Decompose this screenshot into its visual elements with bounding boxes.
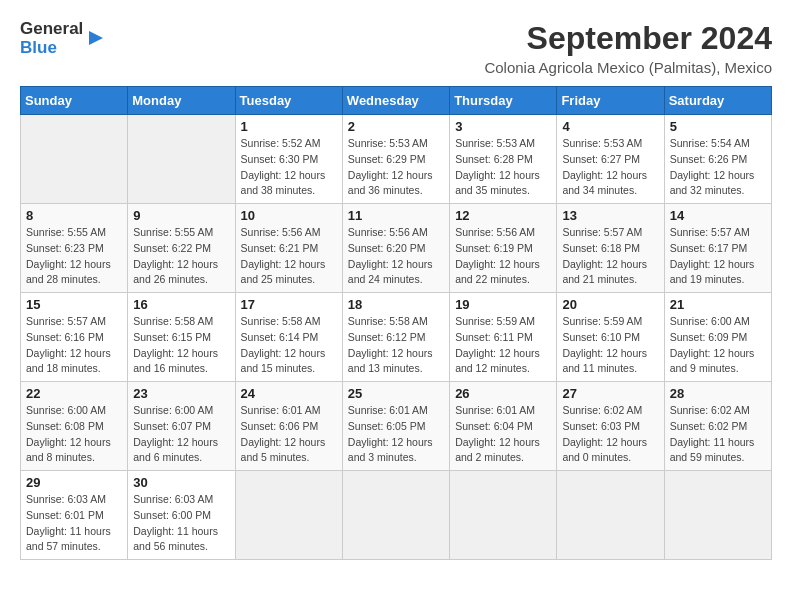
calendar-cell: 1Sunrise: 5:52 AMSunset: 6:30 PMDaylight… bbox=[235, 115, 342, 204]
svg-marker-0 bbox=[89, 31, 103, 45]
day-number: 19 bbox=[455, 297, 551, 312]
day-number: 3 bbox=[455, 119, 551, 134]
calendar-cell: 28Sunrise: 6:02 AMSunset: 6:02 PMDayligh… bbox=[664, 382, 771, 471]
day-info: Sunrise: 5:53 AMSunset: 6:28 PMDaylight:… bbox=[455, 136, 551, 199]
day-info: Sunrise: 5:55 AMSunset: 6:23 PMDaylight:… bbox=[26, 225, 122, 288]
day-info: Sunrise: 5:58 AMSunset: 6:15 PMDaylight:… bbox=[133, 314, 229, 377]
calendar-cell: 16Sunrise: 5:58 AMSunset: 6:15 PMDayligh… bbox=[128, 293, 235, 382]
day-number: 14 bbox=[670, 208, 766, 223]
calendar-cell: 14Sunrise: 5:57 AMSunset: 6:17 PMDayligh… bbox=[664, 204, 771, 293]
day-number: 12 bbox=[455, 208, 551, 223]
calendar-cell bbox=[557, 471, 664, 560]
calendar-cell: 4Sunrise: 5:53 AMSunset: 6:27 PMDaylight… bbox=[557, 115, 664, 204]
subtitle: Colonia Agricola Mexico (Palmitas), Mexi… bbox=[110, 59, 772, 76]
calendar-cell: 2Sunrise: 5:53 AMSunset: 6:29 PMDaylight… bbox=[342, 115, 449, 204]
title-area: September 2024 Colonia Agricola Mexico (… bbox=[110, 20, 772, 76]
calendar-cell: 11Sunrise: 5:56 AMSunset: 6:20 PMDayligh… bbox=[342, 204, 449, 293]
day-info: Sunrise: 5:52 AMSunset: 6:30 PMDaylight:… bbox=[241, 136, 337, 199]
day-info: Sunrise: 6:00 AMSunset: 6:08 PMDaylight:… bbox=[26, 403, 122, 466]
weekday-header-saturday: Saturday bbox=[664, 87, 771, 115]
weekday-header-tuesday: Tuesday bbox=[235, 87, 342, 115]
calendar-cell: 15Sunrise: 5:57 AMSunset: 6:16 PMDayligh… bbox=[21, 293, 128, 382]
day-info: Sunrise: 5:59 AMSunset: 6:11 PMDaylight:… bbox=[455, 314, 551, 377]
day-number: 30 bbox=[133, 475, 229, 490]
day-number: 8 bbox=[26, 208, 122, 223]
day-number: 17 bbox=[241, 297, 337, 312]
day-number: 11 bbox=[348, 208, 444, 223]
day-number: 23 bbox=[133, 386, 229, 401]
day-number: 10 bbox=[241, 208, 337, 223]
day-info: Sunrise: 5:53 AMSunset: 6:29 PMDaylight:… bbox=[348, 136, 444, 199]
day-info: Sunrise: 6:00 AMSunset: 6:09 PMDaylight:… bbox=[670, 314, 766, 377]
calendar-cell: 26Sunrise: 6:01 AMSunset: 6:04 PMDayligh… bbox=[450, 382, 557, 471]
day-info: Sunrise: 5:57 AMSunset: 6:16 PMDaylight:… bbox=[26, 314, 122, 377]
weekday-header-sunday: Sunday bbox=[21, 87, 128, 115]
calendar-week-row: 1Sunrise: 5:52 AMSunset: 6:30 PMDaylight… bbox=[21, 115, 772, 204]
day-info: Sunrise: 5:53 AMSunset: 6:27 PMDaylight:… bbox=[562, 136, 658, 199]
logo-line2: Blue bbox=[20, 39, 83, 58]
day-info: Sunrise: 5:56 AMSunset: 6:21 PMDaylight:… bbox=[241, 225, 337, 288]
calendar-cell: 12Sunrise: 5:56 AMSunset: 6:19 PMDayligh… bbox=[450, 204, 557, 293]
logo-arrow-icon bbox=[85, 27, 107, 49]
day-info: Sunrise: 6:03 AMSunset: 6:01 PMDaylight:… bbox=[26, 492, 122, 555]
day-number: 28 bbox=[670, 386, 766, 401]
day-number: 5 bbox=[670, 119, 766, 134]
calendar-cell bbox=[235, 471, 342, 560]
calendar-cell: 22Sunrise: 6:00 AMSunset: 6:08 PMDayligh… bbox=[21, 382, 128, 471]
day-number: 27 bbox=[562, 386, 658, 401]
day-info: Sunrise: 5:54 AMSunset: 6:26 PMDaylight:… bbox=[670, 136, 766, 199]
calendar-cell: 5Sunrise: 5:54 AMSunset: 6:26 PMDaylight… bbox=[664, 115, 771, 204]
day-number: 20 bbox=[562, 297, 658, 312]
calendar-cell bbox=[342, 471, 449, 560]
calendar-cell: 27Sunrise: 6:02 AMSunset: 6:03 PMDayligh… bbox=[557, 382, 664, 471]
day-number: 21 bbox=[670, 297, 766, 312]
day-info: Sunrise: 6:02 AMSunset: 6:03 PMDaylight:… bbox=[562, 403, 658, 466]
page-header: General Blue September 2024 Colonia Agri… bbox=[20, 20, 772, 76]
day-number: 13 bbox=[562, 208, 658, 223]
calendar-cell bbox=[128, 115, 235, 204]
day-number: 26 bbox=[455, 386, 551, 401]
day-info: Sunrise: 6:01 AMSunset: 6:04 PMDaylight:… bbox=[455, 403, 551, 466]
calendar-cell: 21Sunrise: 6:00 AMSunset: 6:09 PMDayligh… bbox=[664, 293, 771, 382]
weekday-header-wednesday: Wednesday bbox=[342, 87, 449, 115]
calendar-week-row: 29Sunrise: 6:03 AMSunset: 6:01 PMDayligh… bbox=[21, 471, 772, 560]
calendar-cell: 24Sunrise: 6:01 AMSunset: 6:06 PMDayligh… bbox=[235, 382, 342, 471]
logo-line1: General bbox=[20, 20, 83, 39]
calendar-cell: 25Sunrise: 6:01 AMSunset: 6:05 PMDayligh… bbox=[342, 382, 449, 471]
calendar-cell: 9Sunrise: 5:55 AMSunset: 6:22 PMDaylight… bbox=[128, 204, 235, 293]
day-number: 22 bbox=[26, 386, 122, 401]
calendar-cell: 3Sunrise: 5:53 AMSunset: 6:28 PMDaylight… bbox=[450, 115, 557, 204]
calendar-cell: 20Sunrise: 5:59 AMSunset: 6:10 PMDayligh… bbox=[557, 293, 664, 382]
day-info: Sunrise: 5:56 AMSunset: 6:19 PMDaylight:… bbox=[455, 225, 551, 288]
calendar-cell: 10Sunrise: 5:56 AMSunset: 6:21 PMDayligh… bbox=[235, 204, 342, 293]
calendar-cell: 13Sunrise: 5:57 AMSunset: 6:18 PMDayligh… bbox=[557, 204, 664, 293]
day-info: Sunrise: 6:01 AMSunset: 6:06 PMDaylight:… bbox=[241, 403, 337, 466]
day-number: 24 bbox=[241, 386, 337, 401]
day-info: Sunrise: 5:59 AMSunset: 6:10 PMDaylight:… bbox=[562, 314, 658, 377]
calendar-week-row: 8Sunrise: 5:55 AMSunset: 6:23 PMDaylight… bbox=[21, 204, 772, 293]
day-number: 4 bbox=[562, 119, 658, 134]
calendar-cell bbox=[450, 471, 557, 560]
main-title: September 2024 bbox=[110, 20, 772, 57]
weekday-header-thursday: Thursday bbox=[450, 87, 557, 115]
day-number: 2 bbox=[348, 119, 444, 134]
calendar-cell: 23Sunrise: 6:00 AMSunset: 6:07 PMDayligh… bbox=[128, 382, 235, 471]
calendar-cell: 19Sunrise: 5:59 AMSunset: 6:11 PMDayligh… bbox=[450, 293, 557, 382]
calendar-cell: 18Sunrise: 5:58 AMSunset: 6:12 PMDayligh… bbox=[342, 293, 449, 382]
calendar-cell bbox=[664, 471, 771, 560]
day-info: Sunrise: 5:56 AMSunset: 6:20 PMDaylight:… bbox=[348, 225, 444, 288]
day-info: Sunrise: 6:00 AMSunset: 6:07 PMDaylight:… bbox=[133, 403, 229, 466]
logo: General Blue bbox=[20, 20, 110, 57]
weekday-header-monday: Monday bbox=[128, 87, 235, 115]
day-info: Sunrise: 5:57 AMSunset: 6:18 PMDaylight:… bbox=[562, 225, 658, 288]
day-info: Sunrise: 6:02 AMSunset: 6:02 PMDaylight:… bbox=[670, 403, 766, 466]
calendar-cell bbox=[21, 115, 128, 204]
day-info: Sunrise: 5:57 AMSunset: 6:17 PMDaylight:… bbox=[670, 225, 766, 288]
calendar-table: SundayMondayTuesdayWednesdayThursdayFrid… bbox=[20, 86, 772, 560]
day-number: 9 bbox=[133, 208, 229, 223]
day-number: 18 bbox=[348, 297, 444, 312]
weekday-header-friday: Friday bbox=[557, 87, 664, 115]
calendar-cell: 8Sunrise: 5:55 AMSunset: 6:23 PMDaylight… bbox=[21, 204, 128, 293]
day-number: 16 bbox=[133, 297, 229, 312]
calendar-week-row: 22Sunrise: 6:00 AMSunset: 6:08 PMDayligh… bbox=[21, 382, 772, 471]
